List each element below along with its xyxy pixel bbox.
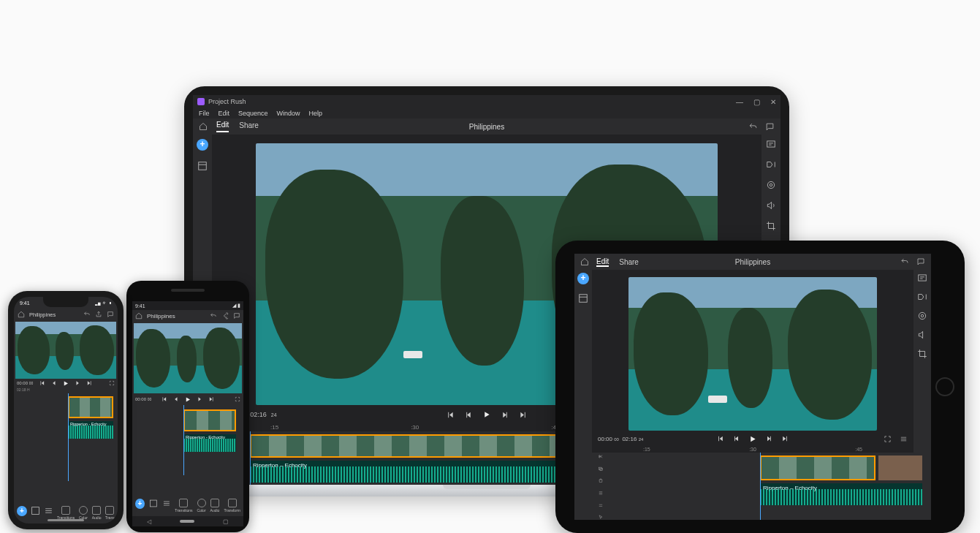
tool-color[interactable]: Color — [197, 499, 206, 513]
iphone-video-clip[interactable] — [68, 396, 113, 418]
share-icon[interactable] — [95, 311, 102, 318]
tool-color[interactable]: Color — [78, 506, 88, 520]
comment-icon[interactable] — [916, 257, 925, 266]
tracks-icon[interactable] — [44, 506, 53, 515]
undo-icon[interactable] — [210, 312, 217, 320]
step-back-icon[interactable] — [733, 435, 740, 443]
playhead[interactable] — [250, 431, 251, 487]
skip-end-icon[interactable] — [782, 435, 789, 443]
home-icon[interactable] — [18, 311, 25, 318]
step-fwd-icon[interactable] — [766, 435, 773, 443]
menu-file[interactable]: File — [199, 110, 210, 117]
menu-window[interactable]: Window — [277, 110, 300, 117]
project-panel-icon[interactable] — [578, 293, 588, 303]
tracks-icon[interactable] — [596, 491, 605, 496]
tool-audio[interactable]: Audio — [210, 499, 220, 513]
add-media-button[interactable]: + — [135, 499, 145, 509]
audio-icon[interactable] — [917, 330, 927, 340]
iphone-audio-clip[interactable]: Ripperton - Echocity — [68, 421, 113, 439]
trash-icon[interactable] — [596, 478, 605, 483]
android-preview-video[interactable] — [134, 323, 242, 393]
skip-start-icon[interactable] — [39, 380, 45, 387]
step-back-icon[interactable] — [465, 411, 473, 419]
play-icon[interactable] — [63, 380, 69, 387]
play-icon[interactable] — [749, 435, 757, 443]
tracks-icon[interactable] — [162, 499, 171, 508]
tablet-audio-clip[interactable]: Ripperton – Echocity — [760, 483, 922, 505]
iphone-playhead[interactable] — [68, 393, 69, 481]
iphone-timeline[interactable]: Ripperton - Echocity — [14, 393, 118, 504]
window-close-button[interactable]: ✕ — [770, 98, 776, 106]
undo-icon[interactable] — [83, 311, 91, 318]
expand-tracks-icon[interactable] — [596, 503, 605, 508]
window-maximize-button[interactable]: ▢ — [753, 98, 760, 106]
tablet-playhead[interactable] — [760, 453, 761, 520]
undo-icon[interactable] — [748, 122, 758, 132]
undo-icon[interactable] — [900, 257, 909, 266]
window-minimize-button[interactable]: — — [736, 98, 743, 106]
tablet-video-clip-selected[interactable] — [760, 455, 875, 480]
project-panel-icon[interactable] — [31, 506, 40, 515]
tablet-preview-video[interactable] — [628, 277, 877, 431]
tool-transitions[interactable]: Transitions — [57, 506, 75, 520]
tool-transitions[interactable]: Transitions — [175, 499, 192, 513]
menu-help[interactable]: Help — [309, 110, 323, 117]
fullscreen-icon[interactable] — [235, 396, 240, 402]
comment-icon[interactable] — [765, 122, 775, 132]
tab-edit[interactable]: Edit — [596, 257, 609, 267]
iphone-preview-video[interactable] — [15, 322, 116, 379]
titles-icon[interactable] — [917, 273, 927, 283]
scissors-icon[interactable] — [596, 454, 605, 459]
skip-start-icon[interactable] — [162, 396, 167, 403]
step-back-icon[interactable] — [51, 380, 57, 387]
nav-home-icon[interactable] — [180, 520, 194, 523]
android-video-clip[interactable] — [183, 409, 236, 431]
tablet-home-button[interactable] — [935, 377, 954, 396]
android-audio-clip[interactable]: Ripperton - Echocity — [183, 434, 236, 452]
step-back-icon[interactable] — [173, 396, 179, 403]
add-media-button[interactable]: + — [577, 273, 589, 284]
tab-edit[interactable]: Edit — [216, 121, 229, 132]
fullscreen-icon[interactable] — [884, 435, 892, 443]
duplicate-icon[interactable] — [596, 466, 605, 472]
add-media-button[interactable]: + — [17, 506, 27, 516]
add-media-button[interactable]: + — [197, 139, 208, 151]
crop-icon[interactable] — [917, 349, 927, 359]
step-fwd-icon[interactable] — [501, 411, 509, 419]
home-icon[interactable] — [199, 122, 208, 131]
home-icon[interactable] — [580, 257, 589, 266]
skip-end-icon[interactable] — [87, 380, 93, 387]
tablet-timeline[interactable]: Ripperton – Echocity — [592, 453, 913, 520]
crop-icon[interactable] — [766, 221, 776, 231]
skip-start-icon[interactable] — [447, 411, 455, 419]
tool-transform[interactable]: Trans — [105, 506, 115, 520]
skip-end-icon[interactable] — [520, 411, 528, 419]
pointer-icon[interactable] — [596, 515, 605, 520]
step-fwd-icon[interactable] — [75, 380, 81, 387]
color-icon[interactable] — [917, 311, 927, 321]
skip-start-icon[interactable] — [717, 435, 724, 443]
android-timeline[interactable]: Ripperton - Echocity — [132, 405, 243, 497]
home-icon[interactable] — [135, 312, 143, 320]
comment-icon[interactable] — [233, 312, 240, 320]
share-icon[interactable] — [221, 312, 229, 320]
tool-audio[interactable]: Audio — [92, 506, 102, 520]
nav-back-icon[interactable]: ◁ — [147, 518, 151, 525]
comment-icon[interactable] — [107, 311, 114, 318]
step-fwd-icon[interactable] — [197, 396, 203, 403]
play-icon[interactable] — [185, 396, 191, 403]
nav-recents-icon[interactable]: ▢ — [223, 518, 229, 525]
tab-share[interactable]: Share — [239, 121, 259, 132]
play-icon[interactable] — [483, 411, 491, 419]
transitions-icon[interactable] — [917, 292, 927, 302]
tool-transform[interactable]: Transform — [224, 499, 240, 513]
audio-icon[interactable] — [766, 200, 776, 211]
tab-share[interactable]: Share — [619, 258, 639, 266]
transitions-icon[interactable] — [766, 159, 776, 170]
skip-end-icon[interactable] — [209, 396, 215, 403]
fullscreen-icon[interactable] — [109, 380, 115, 386]
color-icon[interactable] — [766, 180, 776, 190]
tablet-video-clip-2[interactable] — [878, 455, 922, 480]
project-panel-icon[interactable] — [149, 499, 158, 508]
menu-edit[interactable]: Edit — [219, 110, 230, 117]
